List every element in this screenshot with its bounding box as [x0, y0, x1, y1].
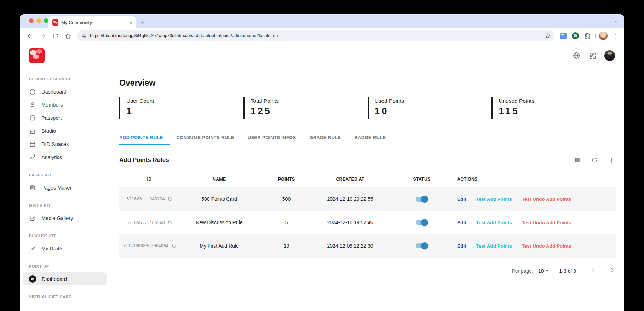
copy-icon[interactable]	[171, 243, 176, 248]
test-undo-add-points-link[interactable]: Test Undo Add Points	[522, 220, 571, 225]
extensions-puzzle-icon[interactable]	[582, 30, 593, 41]
chevron-down-icon: ▼	[546, 269, 549, 273]
sidebar-item-label: Passport	[41, 115, 62, 121]
tab-search-chevron-icon[interactable]: ⌄	[614, 18, 619, 23]
sidebar-item-pages-maker[interactable]: Pages Maker	[20, 181, 110, 194]
app-logo[interactable]	[29, 48, 45, 63]
test-add-points-link[interactable]: Test Add Points	[476, 220, 512, 225]
studio-box-icon	[29, 128, 36, 135]
refresh-icon[interactable]	[591, 156, 598, 164]
overview-stats: User Count 1 Total Points 125 Used Point…	[119, 97, 616, 119]
forward-button[interactable]	[37, 30, 48, 41]
window-controls[interactable]	[29, 18, 48, 23]
sidebar-item-label: DID Spaces	[41, 141, 69, 147]
status-cell	[386, 242, 457, 249]
test-add-points-link[interactable]: Test Add Points	[476, 197, 512, 202]
rule-tabs: ADD POINTS RULE CONSUME POINTS RULE USER…	[119, 130, 616, 145]
sidebar: BLOCKLET SERVICE Dashboard Members Passp…	[20, 68, 110, 311]
archive-icon	[29, 141, 36, 148]
grammarly-extension-icon[interactable]: G	[570, 30, 581, 41]
sidebar-item-passport[interactable]: Passport	[20, 111, 110, 124]
rule-points: 10	[259, 243, 314, 249]
sidebar-item-did-spaces[interactable]: DID Spaces	[20, 137, 110, 151]
reload-button[interactable]	[50, 30, 61, 41]
stat-used-points: Used Points 10	[368, 97, 492, 119]
stat-value: 125	[251, 106, 368, 117]
table-header-row: ID NAME POINTS CREATED AT STATUS ACTIONS	[119, 171, 616, 187]
prev-page-icon[interactable]	[590, 267, 597, 275]
rule-created-at: 2024-12-10 20:22:55	[314, 196, 386, 202]
status-toggle[interactable]	[415, 242, 428, 249]
rule-name: My First Add Rule	[179, 243, 259, 249]
sidebar-item-members[interactable]: Members	[20, 98, 110, 111]
status-cell	[386, 196, 457, 203]
rule-id-cell: 521663...948224	[119, 197, 179, 202]
edit-link[interactable]: Edit	[457, 243, 466, 249]
page-title: Overview	[119, 78, 616, 88]
tab-user-points-infos[interactable]: USER POINTS INFOS	[241, 130, 303, 145]
url-text[interactable]: https://bbqatxuodacgpj3if4g5kjt2e7wjnpz3…	[90, 33, 542, 38]
close-window-button[interactable]	[29, 18, 34, 23]
tab-title: My Community	[61, 20, 126, 25]
person-icon	[29, 101, 36, 108]
draft-pen-icon	[29, 245, 36, 252]
sidebar-item-label: My Drafts	[41, 246, 63, 251]
pagination-range: 1-3 of 3	[559, 268, 576, 274]
copy-icon[interactable]	[167, 220, 172, 225]
sidebar-item-studio[interactable]: Studio	[20, 124, 110, 137]
sidebar-item-media-gallery[interactable]: Media Gallery	[20, 211, 110, 225]
tab-badge-rule[interactable]: BADGE RULE	[347, 130, 392, 145]
bookmark-star-icon[interactable]	[545, 33, 551, 39]
col-name: NAME	[179, 177, 259, 182]
sidebar-item-dashboard[interactable]: Dashboard	[20, 85, 110, 98]
next-page-icon[interactable]	[609, 267, 616, 275]
trend-chart-icon	[29, 154, 36, 161]
status-toggle[interactable]	[415, 196, 428, 203]
browser-tab[interactable]: My Community ×	[48, 16, 136, 28]
tab-consume-points-rule[interactable]: CONSUME POINTS RULE	[170, 130, 241, 145]
sidebar-item-pointup-dashboard[interactable]: ∞ Dashboard	[23, 272, 107, 285]
language-globe-icon[interactable]	[572, 51, 581, 60]
rules-table: ID NAME POINTS CREATED AT STATUS ACTIONS…	[119, 171, 616, 258]
screenshot-extension-icon[interactable]	[558, 30, 569, 41]
table-row: 521656...485568 New Discussion Rule 5 20…	[119, 211, 616, 234]
site-info-icon[interactable]	[81, 33, 87, 39]
zoom-window-button[interactable]	[44, 18, 48, 23]
tab-grade-rule[interactable]: GRADE RULE	[303, 130, 347, 145]
status-toggle[interactable]	[415, 219, 428, 226]
back-button[interactable]	[24, 30, 35, 41]
browser-profile-avatar[interactable]	[598, 30, 609, 41]
actions-cell: Edit Test Add Points Test Undo Add Point…	[457, 197, 616, 202]
url-bar[interactable]: https://bbqatxuodacgpj3if4g5kjt2e7wjnpz3…	[77, 30, 554, 41]
user-avatar[interactable]	[604, 50, 615, 61]
edit-link[interactable]: Edit	[457, 220, 466, 225]
sidebar-section-discuss-kit: DISCUSS KIT	[20, 230, 110, 242]
sidebar-section-blocklet-service: BLOCKLET SERVICE	[20, 73, 110, 85]
sidebar-section-media-kit: MEDIA KIT	[20, 199, 110, 211]
tab-add-points-rule[interactable]: ADD POINTS RULE	[119, 130, 170, 145]
minimize-window-button[interactable]	[36, 18, 41, 23]
add-rule-button[interactable]	[608, 156, 616, 164]
col-status: STATUS	[386, 177, 457, 182]
home-button[interactable]	[62, 30, 74, 41]
columns-icon[interactable]	[573, 156, 581, 164]
rule-id-cell: 521656...485568	[119, 220, 179, 225]
close-tab-icon[interactable]: ×	[129, 19, 132, 26]
sidebar-item-my-drafts[interactable]: My Drafts	[20, 242, 110, 255]
actions-cell: Edit Test Add Points Test Undo Add Point…	[457, 220, 616, 225]
rule-id-cell: 521330808863064064	[119, 243, 179, 248]
col-created-at: CREATED AT	[314, 177, 386, 182]
apps-grid-icon[interactable]	[588, 51, 597, 60]
edit-link[interactable]: Edit	[457, 197, 466, 202]
browser-menu-icon[interactable]: ⋮	[610, 30, 621, 41]
per-page-select[interactable]: 10 ▼	[538, 268, 549, 274]
new-tab-button[interactable]: +	[141, 18, 145, 26]
sidebar-item-analytics[interactable]: Analytics	[20, 151, 110, 164]
test-add-points-link[interactable]: Test Add Points	[476, 243, 512, 249]
copy-icon[interactable]	[167, 197, 172, 202]
infinity-icon: ∞	[29, 275, 36, 283]
browser-toolbar: https://bbqatxuodacgpj3if4g5kjt2e7wjnpz3…	[20, 28, 624, 43]
test-undo-add-points-link[interactable]: Test Undo Add Points	[522, 197, 571, 202]
sidebar-item-label: Members	[41, 102, 63, 108]
test-undo-add-points-link[interactable]: Test Undo Add Points	[522, 243, 571, 249]
